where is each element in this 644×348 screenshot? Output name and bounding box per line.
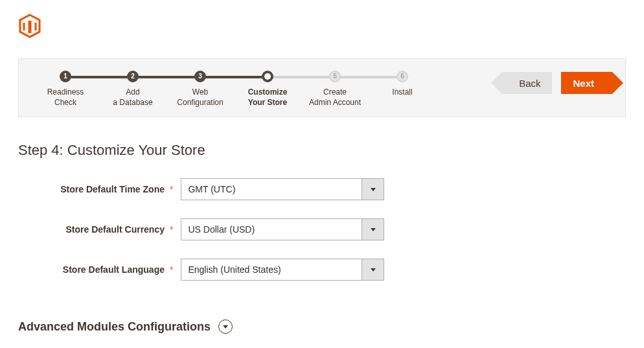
timezone-row: Store Default Time Zone * GMT (UTC) [18, 178, 626, 200]
required-marker: * [170, 224, 173, 235]
step-badge-2: 2 [127, 71, 139, 82]
language-row: Store Default Language * English (United… [18, 259, 626, 281]
expand-toggle-icon[interactable] [218, 319, 233, 334]
timezone-select[interactable]: GMT (UTC) [181, 178, 384, 200]
back-button[interactable]: Back [502, 72, 552, 94]
timezone-value[interactable]: GMT (UTC) [181, 178, 362, 200]
step-badge-1: 1 [60, 71, 71, 82]
step-label: Customize Your Store [234, 87, 301, 108]
step-badge-5: 5 [329, 71, 341, 82]
step-list: 1 Readiness Check 2 Add a Database 3 Web [32, 71, 436, 108]
timezone-label: Store Default Time Zone [18, 184, 168, 194]
step-badge-3: 3 [194, 71, 206, 82]
step-badge-6: 6 [397, 71, 408, 82]
step-label: Install [369, 87, 436, 98]
step-badge-4 [262, 71, 273, 82]
language-select[interactable]: English (United States) [181, 259, 384, 281]
nav-buttons: Back Next [502, 72, 612, 94]
step-install: 6 Install [369, 71, 436, 98]
currency-select[interactable]: US Dollar (USD) [181, 218, 384, 240]
currency-label: Store Default Currency [18, 224, 168, 235]
step-label: Web Configuration [167, 87, 234, 108]
step-label: Create Admin Account [301, 87, 369, 108]
language-value[interactable]: English (United States) [181, 259, 362, 281]
main-content: Step 4: Customize Your Store Store Defau… [18, 142, 626, 334]
step-connector-done [65, 76, 268, 78]
dropdown-arrow-icon[interactable] [362, 218, 384, 240]
next-button[interactable]: Next [561, 72, 612, 94]
currency-value[interactable]: US Dollar (USD) [181, 218, 362, 240]
advanced-modules-section: Advanced Modules Configurations [18, 319, 626, 334]
dropdown-arrow-icon[interactable] [362, 259, 384, 281]
svg-rect-1 [29, 21, 32, 33]
page-title: Step 4: Customize Your Store [18, 142, 626, 159]
magento-logo [18, 13, 626, 39]
required-marker: * [170, 184, 173, 194]
currency-row: Store Default Currency * US Dollar (USD) [18, 218, 626, 240]
required-marker: * [170, 264, 173, 275]
wizard-stepper: 1 Readiness Check 2 Add a Database 3 Web [18, 58, 626, 117]
step-label: Add a Database [99, 87, 167, 108]
advanced-modules-title: Advanced Modules Configurations [18, 320, 211, 334]
dropdown-arrow-icon[interactable] [362, 178, 384, 200]
step-label: Readiness Check [32, 87, 99, 108]
language-label: Store Default Language [18, 264, 168, 275]
